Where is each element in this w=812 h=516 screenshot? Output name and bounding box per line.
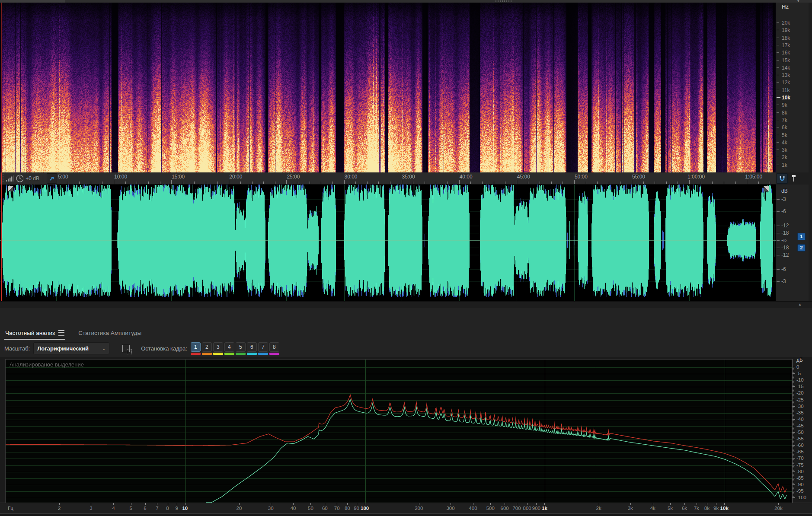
y-axis-tick	[793, 491, 795, 491]
hz-tick-label: 20k	[782, 20, 790, 26]
y-axis-label: -85	[796, 475, 804, 481]
channel-badge-2[interactable]: 2	[797, 244, 806, 252]
timeline-tick	[689, 180, 690, 184]
hz-tick	[777, 60, 779, 61]
x-axis-label: 5	[129, 506, 132, 511]
panel-right-edge	[809, 0, 812, 308]
frame-hold-button-7[interactable]: 7	[258, 342, 268, 355]
timeline-label: 1:00:00	[687, 174, 705, 180]
timeline-label: 45:00	[517, 174, 530, 180]
x-axis-unit: Гц	[8, 506, 13, 511]
x-axis-label: 20	[237, 506, 242, 511]
frame-hold-button-6[interactable]: 6	[247, 342, 257, 355]
amplitude-scale[interactable]: dB -3-6-12-18-∞-18-12-6-312	[776, 185, 809, 301]
snap-arrow-button[interactable]	[47, 173, 57, 184]
hz-tick-label: 15k	[782, 57, 790, 64]
scale-dropdown-value: Логарифмический	[37, 345, 89, 352]
y-axis-unit: дБ	[796, 357, 803, 363]
waveform-corner-grip-right[interactable]	[764, 186, 769, 191]
timeline-tick	[436, 182, 436, 184]
db-tick-label: -12	[781, 223, 789, 229]
db-tick	[777, 281, 780, 282]
y-axis-minor-tick	[793, 461, 794, 461]
x-axis-tick	[724, 503, 725, 505]
panel-menu-icon[interactable]	[58, 330, 64, 336]
y-axis-minor-tick	[793, 375, 794, 375]
hz-tick-label: 19k	[782, 27, 790, 33]
frame-hold-button-5[interactable]: 5	[236, 342, 246, 355]
copy-graph-icon[interactable]	[122, 345, 130, 352]
frame-hold-button-3[interactable]: 3	[213, 342, 223, 355]
y-axis-tick	[793, 426, 795, 426]
y-axis-label: -30	[796, 404, 804, 409]
frame-color-swatch	[191, 353, 201, 355]
hz-tick	[777, 22, 779, 23]
y-axis-minor-tick	[793, 411, 794, 412]
x-axis-label: 9	[176, 506, 178, 511]
playhead-spectrogram[interactable]	[1, 3, 2, 172]
y-axis-minor-tick	[793, 474, 794, 475]
timeline-tick	[125, 182, 126, 184]
frame-hold-button-1[interactable]: 1	[191, 342, 201, 355]
frame-hold-button-4[interactable]: 4	[224, 342, 234, 355]
level-meter-icon[interactable]	[6, 175, 13, 182]
frequency-scale[interactable]: Hz 20k19k18k17k16k15k14k13k12k11k10k9k8k…	[776, 3, 809, 172]
playhead[interactable]	[1, 172, 2, 301]
y-axis-minor-tick	[793, 483, 794, 484]
hz-tick	[777, 127, 779, 127]
y-axis-minor-tick	[793, 435, 794, 435]
gain-indicator[interactable]: +0 dB	[26, 175, 39, 182]
tab-amplitude-statistics[interactable]: Статистика Амплитуды	[77, 327, 142, 340]
clock-icon[interactable]	[16, 174, 23, 183]
timeline-label: 55:00	[632, 174, 645, 180]
timeline-tick	[678, 182, 678, 184]
y-axis-minor-tick	[793, 423, 794, 424]
y-axis-minor-tick	[793, 454, 794, 455]
scroll-up-arrow-icon[interactable]: ▲	[798, 303, 802, 306]
y-axis-minor-tick	[793, 486, 794, 486]
horizontal-scrollbar[interactable]	[0, 301, 812, 308]
y-axis-tick	[793, 413, 795, 413]
db-tick	[777, 240, 780, 241]
y-axis-minor-tick	[793, 459, 794, 460]
x-axis-tick	[697, 503, 697, 505]
y-axis-label: -60	[796, 443, 804, 448]
timeline-tick	[275, 182, 275, 184]
hz-tick	[777, 120, 779, 120]
scale-dropdown[interactable]: Логарифмический ⌄	[33, 342, 109, 354]
timeline-ruler[interactable]: 5:0010:0015:0020:0025:0030:0035:0040:004…	[0, 172, 776, 185]
y-axis-tick	[793, 471, 795, 472]
hz-tick-label: 18k	[782, 35, 790, 41]
y-axis-minor-tick	[793, 397, 794, 397]
y-axis-minor-tick	[793, 428, 794, 429]
ruler-right-tools	[777, 173, 811, 184]
timeline-label: 15:00	[172, 174, 185, 180]
spectrogram-view[interactable]	[0, 3, 776, 172]
waveform-view[interactable]	[0, 185, 776, 301]
y-axis-label: -10	[796, 377, 804, 382]
y-axis-minor-tick	[793, 448, 794, 448]
y-axis-tick	[793, 393, 795, 393]
frame-hold-button-8[interactable]: 8	[269, 342, 279, 355]
y-axis-minor-tick	[793, 463, 794, 464]
tab-frequency-analysis[interactable]: Частотный анализ	[4, 327, 65, 340]
db-tick-label: -18	[781, 245, 789, 251]
magnet-icon	[779, 175, 786, 182]
hz-tick-label: 6k	[782, 124, 787, 131]
y-axis-tick	[793, 432, 795, 433]
x-axis-label: 4	[112, 506, 115, 511]
hold-label: Остановка кадра:	[141, 345, 187, 352]
x-axis-tick	[347, 503, 348, 505]
frame-hold-button-2[interactable]: 2	[202, 342, 212, 355]
snap-magnet-button[interactable]	[777, 173, 788, 184]
timeline-tick	[252, 182, 253, 184]
channel-badge-1[interactable]: 1	[797, 233, 806, 240]
x-axis-label: 80	[345, 506, 350, 511]
hz-tick	[777, 112, 779, 113]
waveform-corner-grip-left[interactable]	[8, 186, 13, 191]
panel-drag-handle-icon[interactable]	[496, 0, 513, 2]
marker-pin-icon[interactable]	[791, 175, 796, 182]
graph-plot[interactable]	[5, 359, 792, 503]
timeline-tick	[367, 182, 368, 184]
y-axis-minor-tick	[793, 401, 794, 401]
